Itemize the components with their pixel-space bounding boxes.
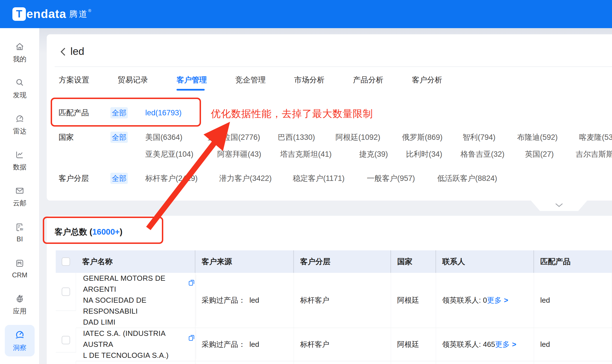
apps-icon <box>15 294 25 305</box>
customer-name-cell: SAMSUNG ELECTRONICS CHILE LTDA <box>76 361 195 364</box>
filter-label-country: 国家 <box>59 132 74 142</box>
filter-tier-item[interactable]: 标杆客户(2419) <box>145 173 198 183</box>
sidebar-item-crm[interactable]: CRM <box>0 255 39 283</box>
plan-detail-card: led 方案设置 贸易记录 客户管理 竞企管理 市场分析 产品分析 客户分析 匹… <box>47 34 612 201</box>
customer-country-cell: 智利 <box>391 361 436 364</box>
col-header-tier: 客户分层 <box>294 250 391 273</box>
sidebar-item-bi[interactable]: BI BI <box>0 219 39 247</box>
top-header-bar: T endata 腾道 ® <box>0 0 612 28</box>
row-checkbox[interactable] <box>62 336 70 344</box>
tab-plan-settings[interactable]: 方案设置 <box>59 71 89 92</box>
customer-total-summary: 客户总数 (16000+) <box>55 226 122 238</box>
filter-label-tier: 客户分层 <box>59 173 89 183</box>
brand-logo-icon: T <box>12 7 26 21</box>
back-button[interactable] <box>59 47 69 57</box>
sidebar-item-label: 数据 <box>13 163 26 172</box>
crm-icon <box>15 258 25 269</box>
customer-contact-cell: 领英联系人: 9更多> <box>436 361 534 364</box>
sidebar-item-label: 发现 <box>13 91 26 100</box>
tab-trade-records[interactable]: 贸易记录 <box>118 71 148 92</box>
app-root: T endata 腾道 ® 我的 发现 雷达 数据 云邮 BI BI <box>0 0 612 364</box>
filter-country-item[interactable]: 喀麦隆(53 <box>579 132 612 142</box>
select-all-checkbox[interactable] <box>62 257 70 266</box>
select-all-cell <box>56 250 76 273</box>
active-tab-underline <box>177 89 205 91</box>
filter-country-item[interactable]: 布隆迪(592) <box>517 132 558 142</box>
filter-country-item[interactable]: 智利(794) <box>463 132 495 142</box>
customer-total-label: 客户总数 <box>55 227 87 236</box>
customer-name-cell: IATEC S.A. (INDUSTRIA AUSTRA L DE TECNOL… <box>76 328 195 361</box>
matched-product-cell: led <box>534 361 612 364</box>
filter-country-item[interactable]: 美国(6364) <box>145 132 182 142</box>
matched-product-cell: led <box>534 328 612 361</box>
filter-tier-item[interactable]: 稳定客户(1171) <box>293 173 345 183</box>
filter-country-item[interactable]: 阿塞拜疆(43) <box>217 149 261 159</box>
filter-country-item[interactable]: 比利时(34) <box>406 149 442 159</box>
sidebar-item-data[interactable]: 数据 <box>0 147 39 175</box>
sidebar-item-label: 应用 <box>13 307 26 316</box>
customer-tier-cell: 标杆客户 <box>294 273 391 328</box>
title-divider <box>55 66 612 67</box>
sidebar-item-label: 我的 <box>13 55 26 64</box>
tab-product-analysis[interactable]: 产品分析 <box>353 71 383 92</box>
copy-icon[interactable] <box>188 278 195 289</box>
filter-country-item[interactable]: 阿根廷(1092) <box>336 132 380 142</box>
contact-more-link[interactable]: 更多 <box>487 295 502 305</box>
chart-icon <box>15 150 25 161</box>
filter-tier-all-chip[interactable]: 全部 <box>110 173 128 184</box>
sidebar-item-cloudmail[interactable]: 云邮 <box>0 183 39 211</box>
search-icon <box>15 78 25 89</box>
brand-name-latin: endata <box>26 7 66 21</box>
chevron-down-icon <box>554 203 564 209</box>
filter-country-item[interactable]: 塔吉克斯坦(41) <box>280 149 332 159</box>
contact-more-link[interactable]: 更多 <box>495 340 510 349</box>
customer-total-count: 16000+ <box>92 227 120 236</box>
sidebar: 我的 发现 雷达 数据 云邮 BI BI CRM 应用 <box>0 28 39 364</box>
chevron-right-icon[interactable]: > <box>504 296 508 305</box>
sidebar-item-label: BI <box>17 235 23 243</box>
chevron-right-icon[interactable]: > <box>512 340 516 349</box>
col-header-name: 客户名称 <box>76 250 195 273</box>
radar-icon <box>15 114 25 125</box>
filter-country-all-chip[interactable]: 全部 <box>110 132 128 143</box>
customer-table: 客户名称 客户来源 客户分层 国家 联系人 匹配产品 GENERAL MOTOR… <box>56 250 612 364</box>
filter-country-item[interactable]: 英国(27) <box>525 149 554 159</box>
customer-tier-cell: 标杆客户 <box>294 328 391 361</box>
tab-market-analysis[interactable]: 市场分析 <box>294 71 324 92</box>
filter-tier-item[interactable]: 潜力客户(3422) <box>219 173 272 183</box>
filter-tier-item[interactable]: 一般客户(957) <box>367 173 415 183</box>
sidebar-item-apps[interactable]: 应用 <box>0 291 39 319</box>
sidebar-item-insight[interactable]: 洞察 <box>5 325 35 356</box>
col-header-contact: 联系人 <box>436 250 534 273</box>
tab-bar: 方案设置 贸易记录 客户管理 竞企管理 市场分析 产品分析 客户分析 <box>59 71 442 92</box>
brand-registered-mark: ® <box>88 8 91 13</box>
filter-country-item[interactable]: 亚美尼亚(104) <box>145 149 193 159</box>
brand-logo[interactable]: T endata 腾道 ® <box>12 7 91 21</box>
svg-text:BI: BI <box>20 228 23 231</box>
tab-customer-analysis[interactable]: 客户分析 <box>412 71 442 92</box>
filter-product-all-chip[interactable]: 全部 <box>110 107 128 118</box>
filter-country-item[interactable]: 俄罗斯(869) <box>402 132 443 142</box>
customer-country-cell: 阿根廷 <box>391 273 436 328</box>
filter-country-item[interactable]: 巴西(1330) <box>278 132 315 142</box>
filter-collapse-toggle[interactable] <box>531 201 587 211</box>
filter-country-item[interactable]: 捷克(39) <box>359 149 388 159</box>
sidebar-item-radar[interactable]: 雷达 <box>0 111 39 139</box>
customer-source-cell: 采购过产品：led <box>195 328 294 361</box>
sidebar-item-label: 雷达 <box>13 127 26 136</box>
filter-country-item[interactable]: 格鲁吉亚(32) <box>461 149 504 159</box>
filter-tier-item[interactable]: 低活跃客户(8824) <box>437 173 497 183</box>
copy-icon[interactable] <box>188 334 195 345</box>
tab-competitor-management[interactable]: 竞企管理 <box>235 71 265 92</box>
row-checkbox[interactable] <box>62 287 70 296</box>
mail-icon <box>15 186 25 197</box>
insight-icon <box>14 329 25 341</box>
filter-country-item[interactable]: 吉尔吉斯斯 <box>576 149 612 159</box>
sidebar-item-discover[interactable]: 发现 <box>0 75 39 103</box>
sidebar-item-label: CRM <box>12 271 28 279</box>
filter-country-item[interactable]: 孟加拉国(2776) <box>208 132 260 142</box>
customer-source-cell: 采购过产品：led <box>195 361 294 364</box>
sidebar-item-my[interactable]: 我的 <box>0 39 39 67</box>
sidebar-item-label: 洞察 <box>13 343 26 352</box>
filter-product-led[interactable]: led(16793) <box>145 109 182 117</box>
